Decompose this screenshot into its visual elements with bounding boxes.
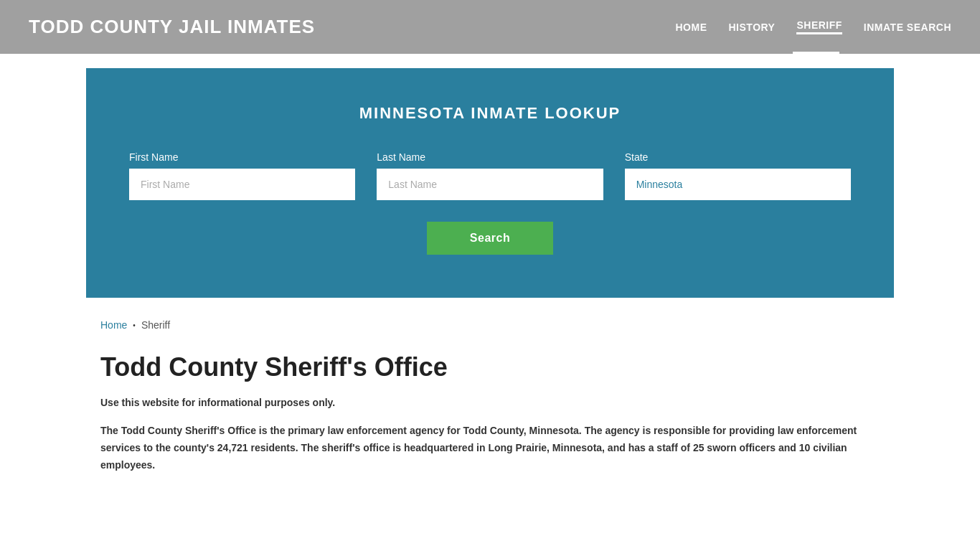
search-fields-row: First Name Last Name State	[129, 151, 851, 200]
state-label: State	[625, 151, 851, 163]
page-title: Todd County Sheriff's Office	[100, 352, 880, 382]
breadcrumb-section: Home • Sheriff	[0, 298, 980, 338]
breadcrumb: Home • Sheriff	[100, 319, 880, 331]
site-header: TODD COUNTY JAIL INMATES HOME HISTORY SH…	[0, 0, 980, 54]
site-title: TODD COUNTY JAIL INMATES	[29, 16, 315, 38]
disclaimer-text: Use this website for informational purpo…	[100, 397, 880, 408]
nav-item-home[interactable]: HOME	[676, 22, 707, 33]
search-button[interactable]: Search	[427, 222, 553, 255]
main-nav: HOME HISTORY SHERIFF INMATE SEARCH	[676, 19, 952, 34]
first-name-group: First Name	[129, 151, 355, 200]
nav-item-sheriff[interactable]: SHERIFF	[796, 19, 842, 34]
main-content: Todd County Sheriff's Office Use this we…	[0, 338, 980, 502]
nav-item-inmate-search[interactable]: INMATE SEARCH	[864, 22, 951, 33]
last-name-label: Last Name	[377, 151, 603, 163]
breadcrumb-current: Sheriff	[141, 319, 170, 331]
search-button-row: Search	[129, 222, 851, 255]
nav-item-history[interactable]: HISTORY	[729, 22, 776, 33]
description-text: The Todd County Sheriff's Office is the …	[100, 423, 880, 474]
inmate-search-section: MINNESOTA INMATE LOOKUP First Name Last …	[86, 68, 894, 298]
breadcrumb-home-link[interactable]: Home	[100, 319, 127, 331]
search-section-title: MINNESOTA INMATE LOOKUP	[129, 104, 851, 123]
last-name-input[interactable]	[377, 169, 603, 200]
active-nav-underline	[793, 52, 839, 54]
last-name-group: Last Name	[377, 151, 603, 200]
first-name-label: First Name	[129, 151, 355, 163]
state-input[interactable]	[625, 169, 851, 200]
state-group: State	[625, 151, 851, 200]
breadcrumb-separator: •	[133, 321, 136, 329]
first-name-input[interactable]	[129, 169, 355, 200]
